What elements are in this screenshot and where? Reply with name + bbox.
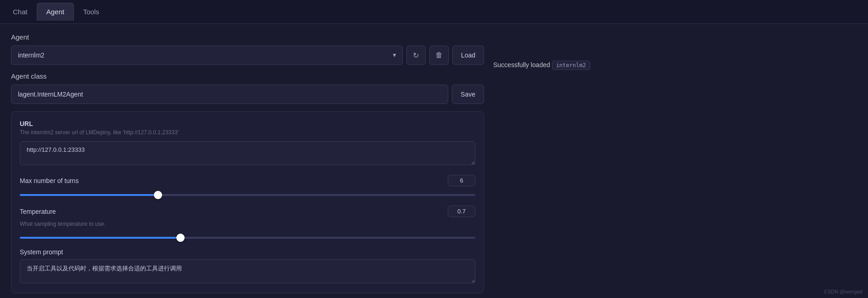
load-button[interactable]: Load [452,46,484,65]
config-box: URL The internlm2 server url of LMDeploy… [11,111,484,293]
right-panel: Successfully loaded internlm2 [493,33,857,293]
nav-bar: Chat Agent Tools [0,0,868,24]
success-badge: internlm2 [552,61,590,70]
url-textarea[interactable]: http://127.0.0.1:23333 [20,141,475,165]
agent-select[interactable]: internlm2 [11,46,403,65]
system-prompt-textarea[interactable]: 当开启工具以及代码时，根据需求选择合适的工具进行调用 [20,259,475,283]
tab-agent[interactable]: Agent [37,3,74,21]
temperature-section: Temperature 0.7 What sampling temperatur… [20,206,475,240]
success-text: Successfully loaded internlm2 [493,61,590,69]
refresh-icon: ↻ [413,51,419,60]
max-turns-value: 6 [448,175,475,186]
refresh-button[interactable]: ↻ [406,46,426,65]
max-turns-row: Max number of turns 6 [20,175,475,186]
max-turns-slider[interactable] [20,194,475,196]
left-panel: Agent internlm2 ▼ ↻ 🗑 Load Agent class S… [11,33,484,293]
url-desc: The internlm2 server url of LMDeploy, li… [20,129,475,136]
max-turns-label: Max number of turns [20,177,79,184]
footer-watermark: CSDN @wengad [824,289,862,294]
agent-class-label: Agent class [11,72,484,80]
url-title: URL [20,120,475,127]
save-button[interactable]: Save [452,85,484,104]
temperature-row: Temperature 0.7 [20,206,475,217]
system-prompt-label: System prompt [20,248,475,256]
agent-class-input[interactable] [11,85,448,104]
agent-selector-row: internlm2 ▼ ↻ 🗑 Load [11,46,484,65]
agent-select-wrapper: internlm2 ▼ [11,46,403,65]
agent-label: Agent [11,33,484,41]
delete-button[interactable]: 🗑 [429,46,449,65]
agent-class-row: Save [11,85,484,104]
temperature-slider[interactable] [20,237,475,239]
temperature-value: 0.7 [448,206,475,217]
tab-tools[interactable]: Tools [74,3,108,20]
agent-class-section: Agent class Save [11,72,484,104]
temperature-label: Temperature [20,208,56,215]
max-turns-section: Max number of turns 6 [20,175,475,197]
temperature-desc: What sampling temperature to use. [20,221,475,227]
trash-icon: 🗑 [435,51,443,59]
tab-chat[interactable]: Chat [4,3,37,20]
main-content: Agent internlm2 ▼ ↻ 🗑 Load Agent class S… [0,24,868,298]
